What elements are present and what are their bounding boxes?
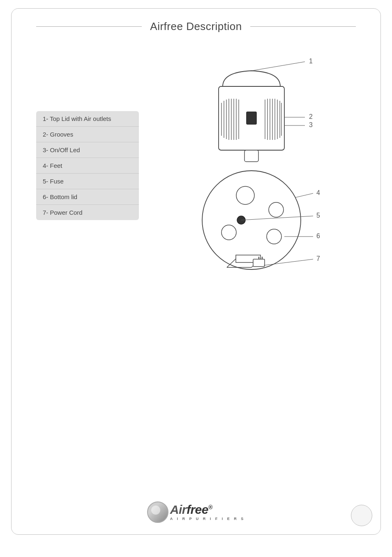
device-diagram: 1 <box>169 49 342 317</box>
page-container: Airfree Description 1- Top Lid with Air … <box>11 8 381 535</box>
footer: Airfree® A I R P U R I F I E R S <box>12 501 380 523</box>
svg-point-27 <box>236 186 254 204</box>
svg-rect-25 <box>244 150 258 162</box>
legend-item-4: 4- Feet <box>36 158 139 174</box>
logo-tagline: A I R P U R I F I E R S <box>170 517 245 521</box>
logo-air: Air <box>170 503 187 516</box>
svg-point-29 <box>221 225 236 240</box>
title-line-right <box>250 26 356 27</box>
svg-text:5: 5 <box>316 212 320 219</box>
svg-text:4: 4 <box>316 189 320 196</box>
svg-text:6: 6 <box>316 232 320 239</box>
logo-text-block: Airfree® A I R P U R I F I E R S <box>170 504 245 521</box>
legend-item-7: 7- Power Cord <box>36 205 139 220</box>
legend-item-5: 5- Fuse <box>36 174 139 189</box>
legend-item-3: 3- On/Off Led <box>36 142 139 158</box>
svg-rect-20 <box>247 112 256 124</box>
main-content: 1- Top Lid with Air outlets 2- Grooves 3… <box>12 37 380 325</box>
svg-line-0 <box>251 62 305 71</box>
airfree-logo: Airfree® A I R P U R I F I E R S <box>147 501 245 523</box>
legend-panel: 1- Top Lid with Air outlets 2- Grooves 3… <box>36 111 139 220</box>
svg-line-32 <box>295 193 313 197</box>
legend-item-1: 1- Top Lid with Air outlets <box>36 111 139 127</box>
svg-text:3: 3 <box>309 121 313 128</box>
logo-free: free <box>187 503 208 516</box>
diagram-area: 1 <box>147 45 364 317</box>
svg-point-28 <box>269 202 284 217</box>
title-area: Airfree Description <box>12 9 380 37</box>
svg-text:1: 1 <box>309 58 313 65</box>
logo-container: Airfree® A I R P U R I F I E R S <box>147 501 245 523</box>
logo-registered: ® <box>208 504 212 511</box>
svg-point-26 <box>202 171 301 269</box>
svg-rect-42 <box>253 259 265 267</box>
logo-circle-icon <box>147 501 168 523</box>
legend-item-6: 6- Bottom lid <box>36 189 139 205</box>
svg-text:7: 7 <box>316 255 320 262</box>
page-title: Airfree Description <box>142 20 250 33</box>
corner-decoration <box>351 505 372 526</box>
svg-text:2: 2 <box>309 113 313 120</box>
svg-point-30 <box>267 229 281 244</box>
logo-brand: Airfree® <box>170 504 212 516</box>
legend-item-2: 2- Grooves <box>36 127 139 142</box>
title-line-left <box>36 26 142 27</box>
